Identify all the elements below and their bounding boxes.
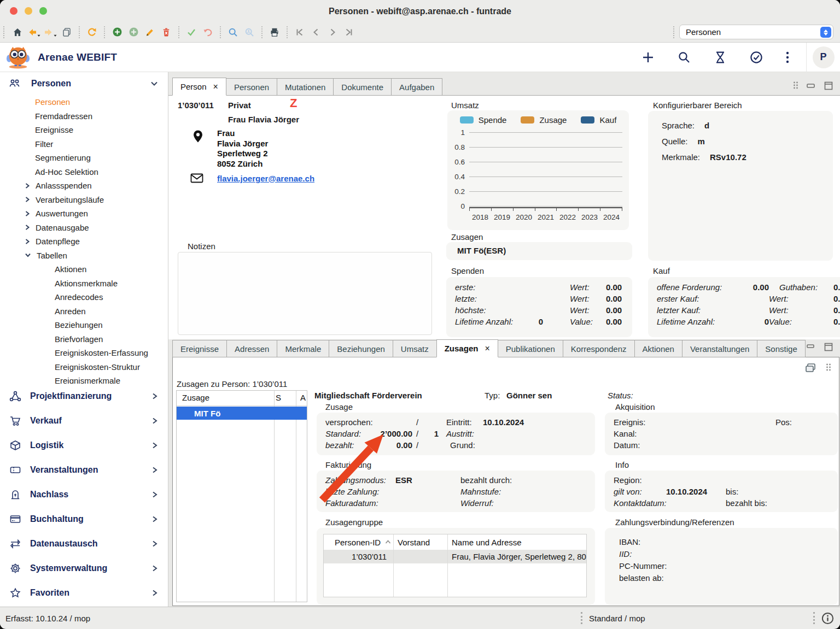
column-header-vorstand[interactable]: Vorstand [393, 538, 447, 547]
fullscreen-button[interactable] [39, 7, 47, 15]
notes-box[interactable] [178, 252, 432, 335]
sidebar-item-logistik[interactable]: Logistik [0, 433, 168, 457]
sidebar-item-tabellen[interactable]: Tabellen [0, 249, 168, 263]
close-button[interactable] [10, 7, 18, 15]
sidebar-item-buchhaltung[interactable]: Buchhaltung [0, 507, 168, 531]
tab-person[interactable]: Person× [172, 78, 226, 96]
sidebar-item-ereigniskosten-erfassung[interactable]: Ereigniskosten-Erfassung [0, 346, 168, 360]
overflow-menu-button[interactable] [785, 50, 790, 64]
column-header[interactable]: A [300, 393, 306, 402]
tab-dokumente[interactable]: Dokumente [333, 78, 392, 96]
list-item-mit-foe[interactable]: MIT Fö [177, 407, 307, 420]
person-email-link[interactable]: flavia.joerger@arenae.ch [217, 174, 314, 183]
add-button[interactable] [109, 25, 125, 40]
tab-merkmale[interactable]: Merkmale [277, 340, 329, 357]
history-button[interactable] [713, 50, 727, 64]
tab-aktionen[interactable]: Aktionen [634, 340, 682, 357]
sidebar-item-datenaustausch[interactable]: Datenaustausch [0, 531, 168, 556]
global-search-button[interactable] [677, 50, 691, 64]
toolbar-drag-handle[interactable] [3, 26, 6, 38]
pane-maximize-icon[interactable] [824, 343, 833, 351]
sidebar-item-anlassspenden[interactable]: Anlassspenden [0, 179, 168, 193]
new-item-button[interactable] [641, 50, 655, 64]
edit-button[interactable] [142, 25, 158, 40]
go-previous-button[interactable] [308, 25, 324, 40]
avatar[interactable]: P [813, 46, 835, 68]
add-secondary-button[interactable] [125, 25, 142, 40]
tab-personen[interactable]: Personen [226, 78, 277, 96]
home-button[interactable] [9, 25, 26, 40]
sidebar-item-projektfinanzierung[interactable]: Projektfinanzierung [0, 384, 168, 408]
pane-drag-handle-icon[interactable] [826, 363, 831, 373]
sidebar-item-verarbeitungslaeufe[interactable]: Verarbeitungsläufe [0, 193, 168, 207]
pane-maximize-icon[interactable] [824, 81, 833, 90]
sidebar-item-filter[interactable]: Filter [0, 137, 168, 151]
sidebar-item-veranstaltungen[interactable]: Veranstaltungen [0, 457, 168, 482]
column-header-personen-id[interactable]: Personen-ID [324, 538, 393, 547]
tasks-button[interactable] [749, 50, 763, 64]
go-next-button[interactable] [324, 25, 341, 40]
sidebar-item-segmentierung[interactable]: Segmentierung [0, 151, 168, 165]
sidebar-item-personen[interactable]: Personen [0, 72, 168, 95]
pane-minimize-icon[interactable] [806, 343, 816, 351]
toolbar-drag-handle[interactable] [673, 26, 676, 38]
sidebar-item-briefvorlagen[interactable]: Briefvorlagen [0, 332, 168, 346]
tab-aufgaben[interactable]: Aufgaben [391, 78, 442, 96]
tab-korrespondenz[interactable]: Korrespondenz [563, 340, 635, 357]
tab-sonstige[interactable]: Sonstige [757, 340, 805, 357]
close-tab-icon[interactable]: × [213, 82, 218, 92]
column-header[interactable]: S [276, 393, 281, 402]
sidebar-item-ereignismerkmale[interactable]: Ereignismerkmale [0, 374, 168, 384]
statusbar-drag-handle[interactable] [813, 612, 815, 624]
sidebar-item-datenpflege[interactable]: Datenpflege [0, 234, 168, 249]
go-last-button[interactable] [341, 25, 357, 40]
pane-drag-handle-icon[interactable] [793, 81, 798, 91]
table-row[interactable]: 1’030’011 Frau, Flavia Jörger, Sperletwe… [324, 550, 586, 563]
detach-window-icon[interactable] [805, 363, 816, 373]
column-header-name-adresse[interactable]: Name und Adresse [447, 538, 586, 547]
search-button[interactable] [225, 25, 241, 40]
search-person-button[interactable] [241, 25, 258, 40]
close-tab-icon[interactable]: × [485, 344, 489, 354]
sidebar-item-adhoc-selektion[interactable]: Ad-Hoc Selektion [0, 165, 168, 179]
undo-button[interactable] [200, 25, 216, 40]
sidebar-item-verkauf[interactable]: Verkauf [0, 408, 168, 433]
tab-beziehungen[interactable]: Beziehungen [329, 340, 393, 357]
delete-button[interactable] [158, 25, 174, 40]
sidebar-item-beziehungen[interactable]: Beziehungen [0, 318, 168, 332]
tab-adressen[interactable]: Adressen [226, 340, 277, 357]
confirm-button[interactable] [183, 25, 200, 40]
forward-button[interactable] [42, 25, 59, 40]
column-header[interactable]: Zusage [182, 393, 209, 402]
print-button[interactable] [266, 25, 283, 40]
sidebar-item-ereignisse[interactable]: Ereignisse [0, 123, 168, 137]
refresh-button[interactable] [84, 25, 100, 40]
tab-mutationen[interactable]: Mutationen [277, 78, 334, 96]
zusagen-list-header[interactable]: Zusage S A [177, 391, 307, 406]
tab-publikationen[interactable]: Publikationen [498, 340, 563, 357]
sidebar-item-anreden[interactable]: Anreden [0, 304, 168, 319]
info-icon[interactable] [821, 612, 834, 625]
pane-minimize-icon[interactable] [806, 81, 816, 90]
sidebar-item-nachlass[interactable]: Nachlass [0, 482, 168, 507]
sidebar-item-aktionsmerkmale[interactable]: Aktionsmerkmale [0, 277, 168, 291]
go-first-button[interactable] [291, 25, 308, 40]
sidebar-item-systemverwaltung[interactable]: Systemverwaltung [0, 556, 168, 580]
sidebar-item-datenausgabe[interactable]: Datenausgabe [0, 221, 168, 235]
tab-ereignisse[interactable]: Ereignisse [172, 340, 227, 357]
sidebar-item-fremdadressen[interactable]: Fremdadressen [0, 109, 168, 124]
back-button[interactable] [26, 25, 42, 40]
statusbar-drag-handle[interactable] [581, 612, 582, 624]
sidebar-item-favoriten[interactable]: Favoriten [0, 580, 168, 605]
sidebar-item-auswertungen[interactable]: Auswertungen [0, 207, 168, 221]
minimize-button[interactable] [25, 7, 32, 15]
sidebar-item-ereigniskosten-struktur[interactable]: Ereigniskosten-Struktur [0, 360, 168, 374]
duplicate-button[interactable] [59, 25, 75, 40]
tab-umsatz[interactable]: Umsatz [393, 340, 437, 357]
table-header[interactable]: Personen-ID Vorstand Name und Adresse [324, 534, 586, 550]
sidebar-item-personen-personen[interactable]: Personen [0, 95, 168, 109]
sidebar-item-aktionen[interactable]: Aktionen [0, 262, 168, 277]
user-menu[interactable]: P [806, 43, 840, 72]
view-select[interactable]: Personen [679, 25, 833, 39]
tab-veranstaltungen[interactable]: Veranstaltungen [682, 340, 757, 357]
